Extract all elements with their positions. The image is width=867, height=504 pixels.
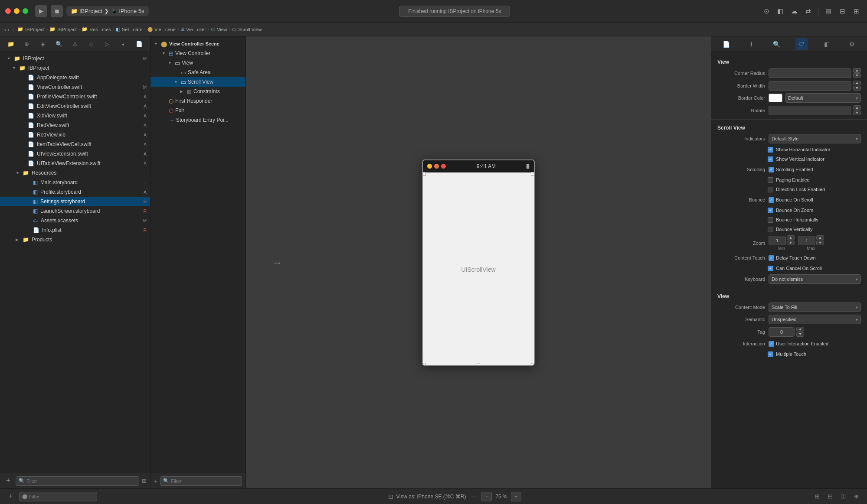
tree-item-launch-storyboard[interactable]: ◧ LaunchScreen.storyboard R	[0, 206, 150, 216]
tree-item-assets[interactable]: 🗂 Assets.xcassets M	[0, 216, 150, 225]
add-file-button[interactable]: +	[3, 476, 13, 486]
stop-button[interactable]: ◼	[51, 5, 63, 17]
nav-issues-icon[interactable]: ⚠	[70, 39, 80, 49]
tree-item-itemcell[interactable]: 📄 ItemTableViewCell.swift A	[0, 140, 150, 149]
embed-icon[interactable]: ⊕	[851, 492, 861, 501]
nav-reports-icon[interactable]: 📄	[134, 39, 144, 49]
border-width-input[interactable]	[769, 81, 851, 91]
layout-update-icon[interactable]: ⊟	[825, 492, 835, 501]
attr-row-cancel-scroll[interactable]: ✓ Can Cancel On Scroll	[711, 263, 867, 273]
resize-handle-tl[interactable]	[422, 172, 426, 176]
indicators-select[interactable]: Default Style ▾	[769, 134, 861, 143]
breadcrumb-ibproject[interactable]: 📁 IBProject	[17, 26, 45, 32]
tree-item-uiviewext[interactable]: 📄 UIViewExtension.swift A	[0, 149, 150, 159]
cancel-scroll-checkbox[interactable]: ✓	[768, 266, 773, 271]
tag-down[interactable]: ▼	[796, 332, 804, 337]
layout-left-icon[interactable]: ◧	[775, 6, 786, 17]
rotate-input[interactable]	[769, 106, 851, 115]
scene-filter-input[interactable]	[171, 478, 239, 484]
minimize-button[interactable]	[14, 8, 20, 14]
nav-symbols-icon[interactable]: ◈	[38, 39, 48, 49]
corner-radius-input[interactable]	[769, 68, 851, 78]
resize-handle-bm[interactable]	[477, 364, 480, 366]
attr-size-icon[interactable]: ◧	[821, 38, 833, 50]
attr-info-icon[interactable]: ℹ	[746, 38, 758, 50]
attr-row-multiple-touch[interactable]: ✓ Multiple Touch	[711, 349, 867, 359]
breadcrumb-storyboard[interactable]: ◧ Set...oard	[116, 26, 143, 32]
nav-debug-icon[interactable]: ▷	[102, 39, 112, 49]
corner-radius-down[interactable]: ▼	[853, 73, 861, 78]
activity-icon[interactable]: ⊙	[761, 6, 772, 17]
attr-search-icon[interactable]: 🔍	[771, 38, 783, 50]
show-horizontal-checkbox[interactable]: ✓	[768, 147, 773, 153]
attr-file-icon[interactable]: 📄	[720, 38, 733, 50]
tree-item-redview-xib[interactable]: 📄 RedView.xib A	[0, 130, 150, 140]
attr-row-bounce-vertical[interactable]: Bounce Vertically	[711, 224, 867, 234]
zoom-max-up[interactable]: ▲	[816, 235, 824, 240]
resize-handle-bl[interactable]	[422, 364, 426, 366]
keyboard-select[interactable]: Do not dismiss ▾	[769, 274, 861, 284]
attr-attributes-icon[interactable]: 🛡	[795, 38, 808, 50]
attr-row-direction-lock[interactable]: Direction Lock Enabled	[711, 185, 867, 194]
bounce-horizontal-checkbox[interactable]	[768, 217, 773, 223]
breadcrumb-scene[interactable]: ⬤ Vie...cene	[147, 26, 176, 32]
zoom-min-up[interactable]: ▲	[787, 235, 795, 240]
scene-item-vc-scene[interactable]: ▼ ⬤ View Controller Scene	[150, 39, 245, 49]
constraints-icon[interactable]: ⊞	[812, 492, 822, 501]
show-vertical-checkbox[interactable]: ✓	[768, 156, 773, 162]
scene-add-icon[interactable]: +	[154, 478, 157, 484]
tree-item-redview-swift[interactable]: 📄 RedView.swift A	[0, 120, 150, 130]
zoom-min-down[interactable]: ▼	[787, 241, 795, 245]
add-scene-button[interactable]: +	[6, 492, 16, 501]
zoom-max-down[interactable]: ▼	[816, 241, 824, 245]
paging-enabled-checkbox[interactable]	[768, 177, 773, 183]
tree-item-products[interactable]: ▶ 📁 Products	[0, 235, 150, 244]
file-filter-input[interactable]	[26, 478, 136, 484]
tree-item-viewcontroller[interactable]: 📄 ViewController.swift M	[0, 82, 150, 92]
resize-handle-tr[interactable]	[531, 172, 534, 176]
multiple-touch-checkbox[interactable]: ✓	[768, 351, 773, 357]
scene-item-vc[interactable]: ▼ ⊞ View Controller	[150, 49, 245, 58]
scene-item-first-responder[interactable]: ⬡ First Responder	[150, 96, 245, 106]
layout-split-icon[interactable]: ⊟	[837, 6, 848, 17]
tree-item-settings-storyboard[interactable]: ◧ Settings.storyboard R	[0, 197, 150, 206]
rotate-up[interactable]: ▲	[853, 105, 861, 110]
maximize-button[interactable]	[23, 8, 28, 14]
resize-handle-br[interactable]	[531, 364, 534, 366]
zoom-min-input[interactable]	[769, 236, 786, 245]
canvas-filter-input[interactable]	[29, 494, 94, 499]
bounce-on-scroll-checkbox[interactable]: ✓	[769, 197, 774, 203]
breadcrumb-ibproject2[interactable]: 📁 IBProject	[49, 26, 77, 32]
delay-touch-checkbox[interactable]: ✓	[769, 255, 774, 261]
safe-area-icon[interactable]: ◫	[838, 492, 848, 501]
semantic-select[interactable]: Unspecified ▾	[769, 315, 861, 324]
scene-item-scroll-view[interactable]: ▼ ▭ Scroll View	[150, 77, 245, 87]
scene-item-view[interactable]: ▼ ▭ View	[150, 58, 245, 68]
tree-item-root-ibproject[interactable]: ▼ 📁 IBProject M	[0, 54, 150, 63]
scheme-selector[interactable]: 📁 IBProject ❯ 📱 iPhone 5s	[66, 6, 149, 16]
border-width-up[interactable]: ▲	[853, 81, 861, 85]
tree-item-infoplist[interactable]: 📄 Info.plist R	[0, 225, 150, 235]
tree-item-uitableviewext[interactable]: 📄 UITableViewExtension.swift A	[0, 159, 150, 168]
layout-assistant-icon[interactable]: ⊞	[851, 6, 862, 17]
breadcrumb-scrollview[interactable]: ▭ Scroll View	[232, 26, 262, 32]
recent-files-icon[interactable]: ⊞	[142, 478, 147, 484]
attr-row-paging[interactable]: Paging Enabled	[711, 175, 867, 185]
tree-item-ibproject-group[interactable]: ▼ 📁 IBProject	[0, 63, 150, 73]
zoom-max-input[interactable]	[798, 236, 815, 245]
tree-item-editvc[interactable]: 📄 EditViewController.swift A	[0, 101, 150, 111]
zoom-out-button[interactable]: −	[481, 492, 492, 501]
breadcrumb-view[interactable]: ▭ View	[211, 26, 227, 32]
attr-row-show-vertical[interactable]: ✓ Show Vertical Indicator	[711, 154, 867, 164]
scene-item-safe-area[interactable]: ▭ Safe Area	[150, 68, 245, 77]
breadcrumb-resources[interactable]: 📁 Res...rces	[82, 26, 111, 32]
cloud-icon[interactable]: ☁	[788, 6, 800, 17]
tree-item-main-storyboard[interactable]: ◧ Main.storyboard —	[0, 178, 150, 187]
tree-item-resources[interactable]: ▼ 📁 Resources	[0, 168, 150, 178]
color-box[interactable]	[769, 94, 782, 102]
tree-item-profilevc[interactable]: 📄 ProfileViewController.swift A	[0, 92, 150, 101]
border-color-select[interactable]: Default ▾	[785, 93, 861, 103]
scene-item-constraints[interactable]: ▶ ⊠ Constraints	[150, 87, 245, 96]
breadcrumb-nav-back[interactable]: ‹	[4, 27, 6, 32]
scene-item-entry[interactable]: → Storyboard Entry Poi...	[150, 115, 245, 125]
